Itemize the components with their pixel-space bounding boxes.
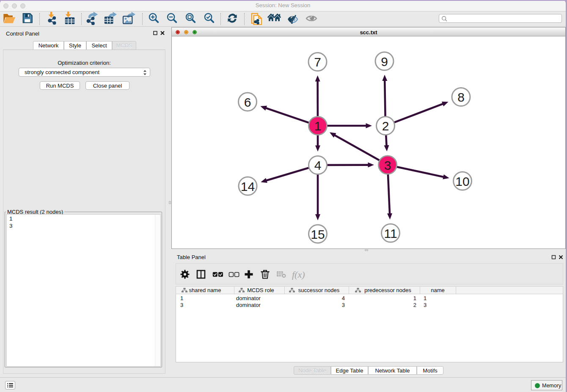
svg-text:7: 7 xyxy=(314,55,321,69)
svg-text:8: 8 xyxy=(457,90,465,104)
svg-text:4: 4 xyxy=(314,158,322,172)
svg-text:3: 3 xyxy=(384,158,391,172)
svg-text:11: 11 xyxy=(384,226,397,240)
svg-text:9: 9 xyxy=(381,55,388,69)
svg-text:10: 10 xyxy=(455,174,469,188)
svg-text:1: 1 xyxy=(314,119,322,133)
svg-text:14: 14 xyxy=(241,179,255,193)
svg-text:6: 6 xyxy=(244,95,251,109)
svg-text:15: 15 xyxy=(311,227,325,241)
svg-text:2: 2 xyxy=(382,119,389,133)
